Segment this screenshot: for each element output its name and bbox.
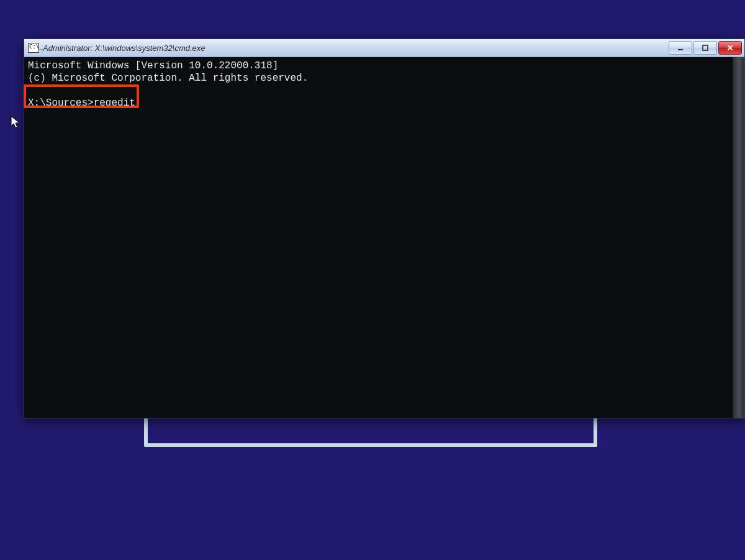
prompt-line: X:\Sources>regedit [28, 97, 135, 109]
output-line: (c) Microsoft Corporation. All rights re… [28, 73, 308, 84]
window-controls [669, 41, 742, 55]
prompt: X:\Sources> [28, 97, 94, 109]
cmd-window: Administrator: X:\windows\system32\cmd.e… [24, 38, 745, 418]
scrollbar-vertical[interactable] [733, 57, 744, 418]
maximize-button[interactable] [693, 41, 717, 55]
minimize-button[interactable] [669, 41, 692, 55]
cmd-app-icon [28, 43, 39, 53]
typed-command: regedit [94, 97, 135, 109]
close-button[interactable] [718, 41, 742, 55]
mouse-cursor-icon [11, 115, 20, 130]
svg-rect-1 [703, 45, 708, 50]
terminal-output[interactable]: Microsoft Windows [Version 10.0.22000.31… [24, 57, 733, 418]
output-line: Microsoft Windows [Version 10.0.22000.31… [28, 60, 278, 71]
titlebar[interactable]: Administrator: X:\windows\system32\cmd.e… [24, 39, 744, 57]
svg-rect-0 [678, 49, 683, 50]
window-title: Administrator: X:\windows\system32\cmd.e… [43, 43, 665, 53]
terminal-area[interactable]: Microsoft Windows [Version 10.0.22000.31… [24, 57, 744, 418]
scrollbar-thumb[interactable] [733, 57, 744, 418]
